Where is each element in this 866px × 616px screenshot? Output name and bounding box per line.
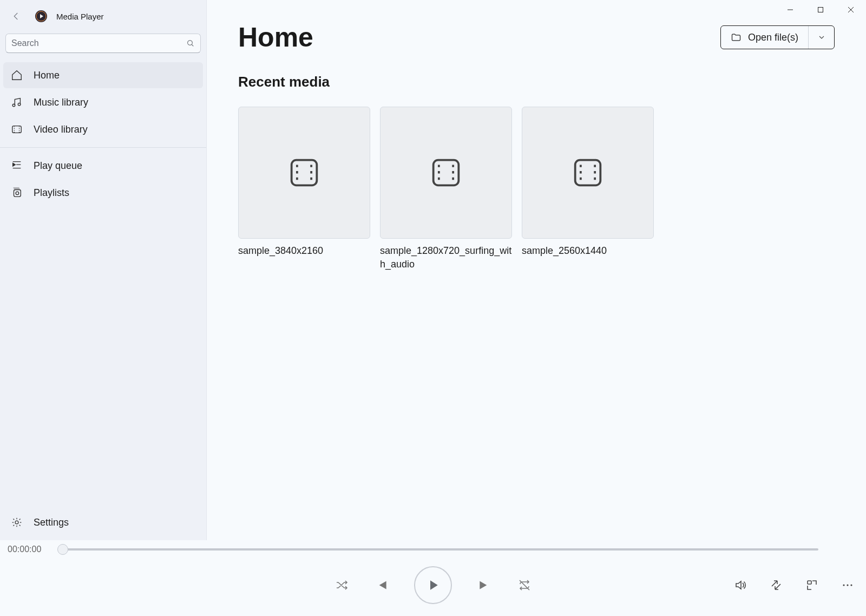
shuffle-button[interactable] [334,578,349,593]
open-files-button[interactable]: Open file(s) [721,26,808,49]
play-button[interactable] [414,566,452,604]
chevron-down-icon [817,33,826,42]
media-thumbnail [522,107,654,239]
svg-rect-5 [12,126,22,133]
svg-rect-13 [808,581,811,584]
sidebar-item-label: Music library [34,97,88,108]
seek-thumb[interactable] [57,544,68,555]
open-files-label: Open file(s) [748,32,798,43]
media-card[interactable]: sample_3840x2160 [238,107,370,271]
app-title: Media Player [56,12,104,21]
media-card[interactable]: sample_2560x1440 [522,107,654,271]
fullscreen-icon [770,579,783,592]
window-controls [775,0,866,19]
film-icon [427,154,465,192]
open-files-dropdown[interactable] [808,26,834,49]
media-thumbnail [380,107,512,239]
next-button[interactable] [477,578,492,593]
media-thumbnail [238,107,370,239]
sidebar-item-music-library[interactable]: Music library [3,89,203,115]
sidebar-item-play-queue[interactable]: Play queue [3,153,203,179]
sidebar-item-playlists[interactable]: Playlists [3,180,203,206]
close-button[interactable] [836,0,866,19]
back-button[interactable] [6,6,26,26]
home-icon [11,69,23,81]
sidebar-item-video-library[interactable]: Video library [3,116,203,142]
folder-icon [731,32,742,43]
recent-media-grid: sample_3840x2160 sample_1280x720_surfing… [238,107,835,271]
sidebar-item-label: Home [34,70,60,81]
nav-secondary: Play queue Playlists [0,150,206,208]
svg-point-15 [847,584,848,586]
playlists-icon [11,187,23,199]
search-icon [186,39,195,48]
music-icon [11,96,23,108]
page-title: Home [238,22,313,53]
mini-player-icon [805,579,818,592]
play-icon [425,577,441,593]
previous-button[interactable] [374,578,389,593]
search-input[interactable] [11,38,186,48]
nav-primary: Home Music library Video library [0,60,206,145]
svg-rect-11 [434,160,459,186]
gear-icon [11,516,23,528]
maximize-button[interactable] [805,0,836,19]
player-bar: 00:00:00 [0,540,866,616]
app-logo-icon [35,10,48,23]
shuffle-icon [335,579,348,592]
open-files-split-button: Open file(s) [720,25,835,49]
nav-separator [0,147,206,148]
minimize-button[interactable] [775,0,805,19]
sidebar-item-home[interactable]: Home [3,62,203,88]
skip-next-icon [477,578,491,592]
mini-player-button[interactable] [804,578,819,593]
svg-rect-12 [575,160,601,186]
sidebar-item-label: Playlists [34,187,69,199]
recent-media-title: Recent media [238,74,835,90]
media-title: sample_3840x2160 [238,244,370,258]
more-icon [841,579,854,592]
more-button[interactable] [840,578,855,593]
media-card[interactable]: sample_1280x720_surfing_with_audio [380,107,512,271]
play-queue-icon [11,160,23,172]
svg-point-8 [15,521,18,524]
fullscreen-button[interactable] [769,578,784,593]
seek-slider[interactable] [58,548,818,551]
main: Home Open file(s) [207,0,866,540]
svg-rect-10 [292,160,317,186]
svg-point-7 [16,192,19,195]
film-icon [285,154,323,192]
svg-point-16 [850,584,852,586]
skip-previous-icon [375,578,389,592]
search-box[interactable] [5,34,201,53]
video-icon [11,123,23,135]
media-title: sample_1280x720_surfing_with_audio [380,244,512,271]
svg-rect-9 [818,8,823,12]
repeat-off-icon [518,579,531,592]
repeat-button[interactable] [517,578,532,593]
svg-point-14 [843,584,844,586]
playback-position: 00:00:00 [8,545,51,554]
film-icon [569,154,607,192]
sidebar-item-settings[interactable]: Settings [3,509,203,535]
media-title: sample_2560x1440 [522,244,654,258]
sidebar-item-label: Settings [34,517,69,528]
svg-point-4 [18,103,21,106]
volume-button[interactable] [733,578,748,593]
svg-point-2 [188,41,193,45]
sidebar: Media Player Home [0,0,207,540]
sidebar-item-label: Video library [34,124,88,135]
volume-icon [734,579,747,592]
svg-rect-6 [14,190,21,197]
sidebar-item-label: Play queue [34,160,82,172]
